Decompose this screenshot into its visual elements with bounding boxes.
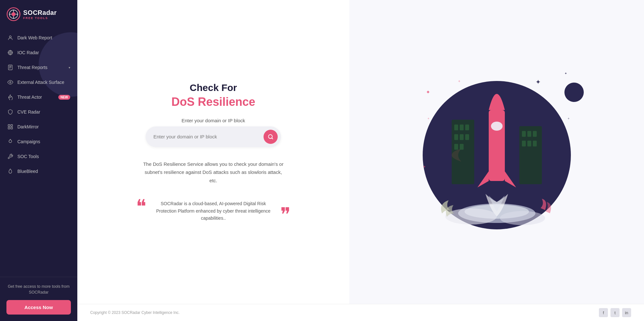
tools-icon: [7, 153, 14, 160]
page-subheading: DoS Resilience: [171, 95, 255, 109]
svg-point-10: [10, 52, 11, 53]
svg-text:✦: ✦: [423, 165, 426, 169]
fire-icon: [7, 94, 14, 100]
svg-point-30: [491, 122, 503, 131]
sidebar-item-label: CVE Radar: [17, 109, 70, 115]
new-badge: New: [58, 95, 70, 100]
sidebar-item-bluebleed[interactable]: BlueBleed: [0, 164, 77, 179]
sidebar-item-label: IOC Radar: [17, 50, 70, 55]
svg-text:+: +: [568, 117, 570, 120]
service-description: The DoS Resilience Service allows you to…: [142, 160, 284, 185]
svg-rect-38: [454, 144, 458, 150]
left-quote-mark: ❝: [136, 200, 146, 214]
svg-rect-43: [533, 131, 537, 137]
domain-input[interactable]: [153, 134, 264, 139]
sidebar-item-label: DarkMirror: [17, 124, 70, 129]
brand-tagline: FREE TOOLS: [23, 16, 57, 20]
svg-rect-44: [522, 141, 526, 146]
svg-text:+: +: [428, 117, 429, 120]
svg-rect-41: [522, 131, 526, 137]
svg-text:+: +: [458, 79, 460, 84]
svg-rect-15: [8, 65, 12, 70]
sidebar-item-label: External Attack Surface: [17, 80, 70, 85]
sidebar-item-label: Dark Web Report: [17, 35, 70, 40]
shield-icon: [7, 109, 14, 115]
svg-point-57: [564, 83, 584, 102]
svg-point-7: [9, 36, 11, 38]
sidebar-item-campaigns[interactable]: Campaigns: [0, 134, 77, 149]
svg-text:✦: ✦: [535, 78, 541, 85]
person-icon: [7, 35, 14, 41]
sidebar-item-ioc-radar[interactable]: IOC Radar: [0, 45, 77, 60]
sidebar-item-external-attack-surface[interactable]: External Attack Surface: [0, 75, 77, 90]
sidebar-item-label: SOC Tools: [17, 154, 70, 159]
sidebar-navigation: Dark Web Report IOC Radar Threat Reports…: [0, 27, 77, 277]
brand-name: SOCRadar: [23, 9, 57, 16]
svg-rect-32: [454, 125, 458, 130]
svg-point-48: [500, 211, 545, 225]
quote-text: SOCRadar is a cloud-based, AI-powered Di…: [151, 200, 275, 222]
footer: Copyright © 2023 SOCRadar Cyber Intellig…: [77, 304, 644, 321]
eye-icon: [7, 79, 14, 85]
search-bar: [146, 126, 281, 147]
svg-text:✦: ✦: [426, 89, 430, 95]
svg-rect-21: [11, 125, 13, 126]
sidebar-item-label: Campaigns: [17, 139, 70, 144]
content-area: Check For DoS Resilience Enter your doma…: [77, 0, 644, 304]
sidebar-item-label: Threat Reports: [17, 65, 65, 70]
copyright-text: Copyright © 2023 SOCRadar Cyber Intellig…: [90, 310, 180, 315]
svg-rect-37: [465, 134, 469, 140]
svg-rect-29: [489, 110, 505, 181]
twitter-icon[interactable]: t: [610, 308, 620, 317]
svg-point-2: [12, 12, 15, 16]
sidebar: SOCRadar FREE TOOLS Dark Web Report: [0, 0, 77, 321]
sidebar-item-threat-reports[interactable]: Threat Reports ▾: [0, 60, 77, 75]
drop-icon: [7, 138, 14, 145]
page-heading: Check For: [190, 82, 237, 93]
socradar-logo-icon: [6, 7, 21, 21]
quote-block: ❝ SOCRadar is a cloud-based, AI-powered …: [136, 200, 291, 222]
svg-rect-22: [8, 127, 10, 129]
svg-rect-36: [460, 134, 464, 140]
main-content: Check For DoS Resilience Enter your doma…: [77, 0, 644, 321]
svg-rect-42: [527, 131, 531, 137]
svg-point-19: [10, 82, 11, 83]
grid-icon: [7, 124, 14, 130]
right-illustration-panel: ✦ + ✦ ✦ + + + ✦: [349, 0, 644, 304]
linkedin-icon[interactable]: in: [622, 308, 631, 317]
input-label: Enter your domain or IP block: [182, 118, 245, 123]
left-panel: Check For DoS Resilience Enter your doma…: [77, 0, 349, 304]
sidebar-item-darkmirror[interactable]: DarkMirror: [0, 119, 77, 134]
svg-rect-35: [454, 134, 458, 140]
svg-rect-46: [533, 141, 537, 146]
svg-rect-20: [8, 125, 10, 126]
svg-rect-23: [11, 127, 13, 129]
svg-rect-39: [460, 144, 464, 150]
sidebar-item-label: Threat Actor: [17, 95, 54, 100]
chevron-down-icon: ▾: [69, 66, 70, 69]
document-icon: [7, 64, 14, 71]
svg-rect-34: [465, 125, 469, 130]
access-now-button[interactable]: Access Now: [6, 300, 71, 315]
right-quote-mark: ❞: [280, 208, 291, 222]
svg-rect-45: [527, 141, 531, 146]
social-links: f t in: [599, 308, 631, 317]
svg-text:✦: ✦: [564, 72, 567, 75]
search-icon: [268, 134, 274, 140]
footer-text: Get free access to more tools from SOCRa…: [6, 284, 71, 296]
sidebar-item-cve-radar[interactable]: CVE Radar: [0, 105, 77, 119]
dos-illustration: ✦ + ✦ ✦ + + + ✦: [400, 55, 593, 249]
sidebar-item-label: BlueBleed: [17, 169, 70, 174]
sidebar-item-dark-web-report[interactable]: Dark Web Report: [0, 30, 77, 45]
sidebar-item-threat-actor[interactable]: Threat Actor New: [0, 90, 77, 105]
target-icon: [7, 49, 14, 56]
facebook-icon[interactable]: f: [599, 308, 608, 317]
svg-line-25: [272, 138, 273, 139]
logo-area: SOCRadar FREE TOOLS: [0, 0, 77, 27]
svg-point-47: [445, 208, 497, 225]
drop-icon2: [7, 168, 14, 175]
sidebar-item-soc-tools[interactable]: SOC Tools: [0, 149, 77, 164]
sidebar-footer: Get free access to more tools from SOCRa…: [0, 277, 77, 321]
svg-rect-33: [460, 125, 464, 130]
search-button[interactable]: [264, 130, 278, 144]
